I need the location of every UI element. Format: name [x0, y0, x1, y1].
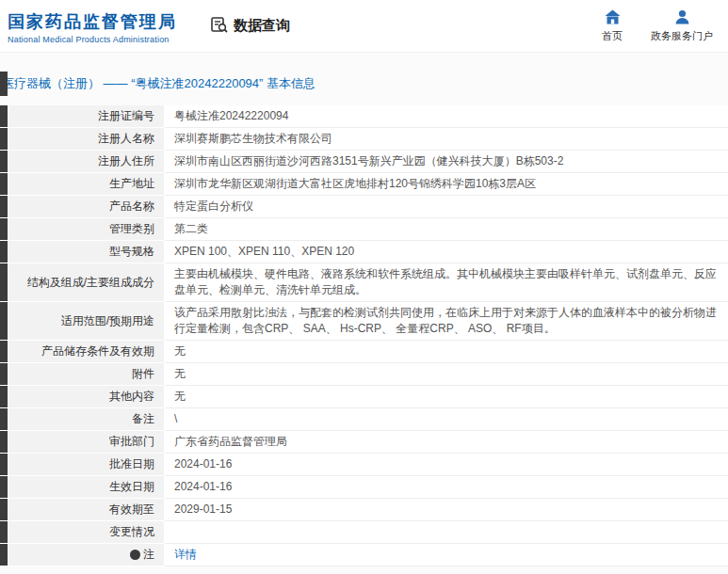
table-row: 产品名称特定蛋白分析仪	[0, 196, 728, 218]
left-edge-cell	[0, 218, 8, 241]
row-label: 注册证编号	[8, 105, 165, 128]
row-label: 备注	[8, 408, 165, 431]
row-value: 无	[165, 363, 728, 386]
breadcrumb: 医疗器械（注册） —— “粤械注准20242220094” 基本信息	[2, 75, 315, 92]
left-edge-cell	[0, 151, 8, 173]
table-row: 生效日期2024-01-16	[0, 476, 728, 499]
row-value: \	[165, 408, 728, 431]
row-label: 管理类别	[8, 218, 165, 241]
row-label: 其他内容	[8, 386, 165, 408]
row-value: 第二类	[165, 218, 728, 241]
left-edge-cell	[0, 105, 8, 128]
left-edge-cell	[0, 363, 8, 386]
table-row: 产品储存条件及有效期无	[0, 341, 728, 363]
row-value: 深圳市南山区西丽街道沙河西路3151号新兴产业园（健兴科技大厦）B栋503-2	[165, 151, 728, 173]
left-edge-cell	[0, 302, 8, 341]
home-icon	[605, 9, 621, 26]
row-label: 批准日期	[8, 454, 165, 476]
row-value: 主要由机械模块、硬件电路、液路系统和软件系统组成。其中机械模块主要由吸样针单元、…	[165, 263, 728, 302]
table-row: 生产地址深圳市龙华新区观湖街道大富社区虎地排村120号锦绣科学园10栋3层A区	[0, 173, 728, 196]
row-label: 型号规格	[8, 241, 165, 263]
nav-home-label: 首页	[602, 29, 623, 43]
left-edge-cell	[0, 128, 8, 151]
row-value: 粤械注准20242220094	[165, 105, 728, 128]
row-label: 适用范围/预期用途	[8, 302, 165, 341]
table-row: 附件无	[0, 363, 728, 386]
top-bar: 国家药品监督管理局 National Medical Products Admi…	[0, 0, 728, 53]
row-value: 详情	[165, 544, 728, 566]
row-label: 注	[8, 544, 165, 566]
detail-link[interactable]: 详情	[174, 547, 197, 563]
agency-title-en: National Medical Products Administration	[8, 35, 177, 44]
info-table: 注册证编号粤械注准20242220094注册人名称深圳赛斯鹏芯生物技术有限公司注…	[0, 105, 728, 566]
row-label: 审批部门	[8, 431, 165, 454]
row-label: 变更情况	[8, 521, 165, 544]
left-edge-cell	[0, 241, 8, 263]
section-title: 数据查询	[211, 16, 290, 36]
table-row: 型号规格XPEN 100、XPEN 110、XPEN 120	[0, 241, 728, 263]
table-row: 注册人名称深圳赛斯鹏芯生物技术有限公司	[0, 128, 728, 151]
breadcrumb-row: 医疗器械（注册） —— “粤械注准20242220094” 基本信息	[0, 72, 728, 96]
row-value: 特定蛋白分析仪	[165, 196, 728, 218]
agency-title-cn: 国家药品监督管理局	[8, 10, 177, 33]
person-icon	[674, 9, 690, 26]
table-row: 结构及组成/主要组成成分主要由机械模块、硬件电路、液路系统和软件系统组成。其中机…	[0, 263, 728, 302]
row-label: 产品名称	[8, 196, 165, 218]
left-edge-cell	[0, 544, 8, 566]
table-row: 有效期至2029-01-15	[0, 499, 728, 521]
left-edge-cell	[0, 196, 8, 218]
row-value: XPEN 100、XPEN 110、XPEN 120	[165, 241, 728, 263]
left-edge-cell	[0, 341, 8, 363]
nav-portal-label: 政务服务门户	[651, 29, 713, 43]
left-edge-cell	[0, 431, 8, 454]
table-row: 备注\	[0, 408, 728, 431]
nav-portal[interactable]: 政务服务门户	[651, 9, 713, 43]
left-edge-cell	[0, 521, 8, 544]
table-row: 变更情况	[0, 521, 728, 544]
left-edge-strip	[0, 72, 8, 96]
row-label: 注册人住所	[8, 151, 165, 173]
row-value	[165, 521, 728, 544]
table-row: 注详情	[0, 544, 728, 566]
row-label: 结构及组成/主要组成成分	[8, 263, 165, 302]
row-label: 产品储存条件及有效期	[8, 341, 165, 363]
row-value: 2024-01-16	[165, 476, 728, 499]
left-edge-cell	[0, 454, 8, 476]
row-value: 2024-01-16	[165, 454, 728, 476]
section-title-label: 数据查询	[234, 17, 290, 35]
row-label: 生效日期	[8, 476, 165, 499]
data-query-icon	[211, 16, 228, 36]
row-value: 该产品采用散射比浊法，与配套的检测试剂共同使用，在临床上用于对来源于人体的血液样…	[165, 302, 728, 341]
top-nav: 首页 政务服务门户	[602, 9, 728, 43]
table-row: 注册人住所深圳市南山区西丽街道沙河西路3151号新兴产业园（健兴科技大厦）B栋5…	[0, 151, 728, 173]
row-value: 广东省药品监督管理局	[165, 431, 728, 454]
row-value: 无	[165, 386, 728, 408]
left-edge-cell	[0, 499, 8, 521]
nav-home[interactable]: 首页	[602, 9, 623, 43]
table-row: 注册证编号粤械注准20242220094	[0, 105, 728, 128]
row-value: 深圳市龙华新区观湖街道大富社区虎地排村120号锦绣科学园10栋3层A区	[165, 173, 728, 196]
row-label: 生产地址	[8, 173, 165, 196]
note-icon	[130, 550, 140, 560]
row-value: 无	[165, 341, 728, 363]
left-edge-cell	[0, 408, 8, 431]
row-value: 2029-01-15	[165, 499, 728, 521]
row-label: 注册人名称	[8, 128, 165, 151]
agency-logo: 国家药品监督管理局 National Medical Products Admi…	[0, 8, 177, 44]
table-row: 批准日期2024-01-16	[0, 454, 728, 476]
table-row: 适用范围/预期用途该产品采用散射比浊法，与配套的检测试剂共同使用，在临床上用于对…	[0, 302, 728, 341]
left-edge-cell	[0, 386, 8, 408]
row-label: 附件	[8, 363, 165, 386]
table-row: 管理类别第二类	[0, 218, 728, 241]
left-edge-cell	[0, 263, 8, 302]
left-edge-cell	[0, 476, 8, 499]
table-row: 其他内容无	[0, 386, 728, 408]
table-row: 审批部门广东省药品监督管理局	[0, 431, 728, 454]
row-label: 有效期至	[8, 499, 165, 521]
left-edge-cell	[0, 173, 8, 196]
row-value: 深圳赛斯鹏芯生物技术有限公司	[165, 128, 728, 151]
